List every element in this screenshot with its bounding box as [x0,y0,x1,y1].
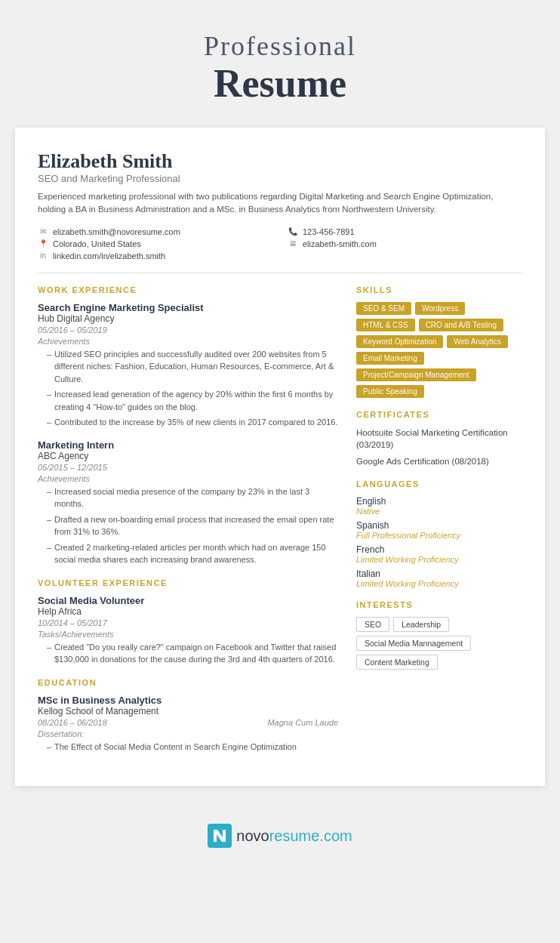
education-1-dates: 08/2016 – 06/2018 [38,718,107,727]
linkedin-value: linkedin.com/in/elizabeth.smith [53,251,165,260]
page-header: Professional Resume [0,0,560,128]
n-logo-svg [211,827,228,844]
job-1: Search Engine Marketing Specialist Hub D… [38,302,338,429]
skill-tag: Keyword Optimization [356,335,443,348]
email-value: elizabeth.smith@novoresume.com [53,227,180,236]
lang-english: English Native [356,496,522,516]
logo-icon [208,824,232,848]
education-1-distinction: Magna Cum Laude [267,718,338,727]
volunteer-title: VOLUNTEER EXPERIENCE [38,578,338,587]
list-item: The Effect of Social Media Content in Se… [47,741,338,753]
footer-brand: novoresume.com [236,827,352,845]
skill-tag: CRO and A/B Testing [419,319,503,331]
job-2-achievements-label: Achievements [38,474,338,483]
candidate-name: Elizabeth Smith [38,150,522,173]
list-item: Increased lead generation of the agency … [47,388,338,413]
certificates-title: CERTIFICATES [356,410,522,419]
location-icon: 📍 [38,239,48,248]
lang-spanish-level: Full Professional Proficiency [356,531,522,540]
job-2-dates: 05/2015 – 12/2015 [38,463,338,472]
left-column: WORK EXPERIENCE Search Engine Marketing … [38,285,338,764]
volunteer-1-tasks-label: Tasks/Achievements [38,630,338,639]
volunteer-1: Social Media Volunteer Help Africa 10/20… [38,595,338,666]
list-item: Drafted a new on-boarding email process … [47,513,338,538]
skill-tag: Email Marketing [356,352,424,365]
cert-2: Google Ads Certification (08/2018) [356,455,522,467]
work-experience-title: WORK EXPERIENCE [38,285,338,294]
lang-english-level: Native [356,507,522,516]
lang-french-name: French [356,544,522,555]
lang-italian-level: Limited Working Proficiency [356,579,522,588]
education-title: EDUCATION [38,678,338,687]
volunteer-1-dates: 10/2014 – 05/2017 [38,618,338,627]
list-item: Increased social media presence of the c… [47,485,338,510]
skills-title: SKILLS [356,285,522,294]
lang-spanish: Spanish Full Professional Proficiency [356,520,522,540]
skill-tag: Wordpress [415,302,465,315]
education-1-degree: MSc in Business Analytics [38,695,338,706]
education-1-bullets: The Effect of Social Media Content in Se… [38,741,338,753]
phone-icon: 📞 [288,227,298,236]
lang-english-name: English [356,496,522,507]
job-1-achievements-label: Achievements [38,337,338,346]
website-value: elizabeth-smith.com [303,239,377,248]
interest-leadership: Leadership [393,617,449,632]
candidate-summary: Experienced marketing professional with … [38,190,522,217]
resume-body: WORK EXPERIENCE Search Engine Marketing … [38,285,522,764]
job-2-title: Marketing Intern [38,439,338,451]
languages-title: LANGUAGES [356,479,522,488]
candidate-title: SEO and Marketing Professional [38,173,522,184]
skill-tag: SEO & SEM [356,302,411,315]
header-line2: Resume [15,62,545,105]
interest-tags: SEO Leadership Social Media Mannagement … [356,617,522,670]
contact-location: 📍 Colorado, United States [38,239,272,248]
job-2-company: ABC Agency [38,451,338,461]
interests-title: INTERESTS [356,600,522,609]
linkedin-icon: in [38,251,48,260]
interest-social-media: Social Media Mannagement [356,636,471,651]
header-line1: Professional [15,30,545,62]
lang-french-level: Limited Working Proficiency [356,555,522,564]
email-icon: ✉ [38,227,48,236]
contact-grid: ✉ elizabeth.smith@novoresume.com 📞 123-4… [38,227,522,260]
lang-french: French Limited Working Proficiency [356,544,522,564]
education-1-dissertation-label: Dissertation: [38,729,338,738]
list-item: Created "Do you really care?" campaign o… [47,641,338,666]
footer: novoresume.com [0,809,560,863]
contact-email: ✉ elizabeth.smith@novoresume.com [38,227,272,236]
interest-seo: SEO [356,617,389,632]
location-value: Colorado, United States [53,239,141,248]
job-2: Marketing Intern ABC Agency 05/2015 – 12… [38,439,338,566]
skill-tag: Web Analytics [447,335,508,348]
contact-phone: 📞 123-456-7891 [288,227,522,236]
interest-content: Content Marketing [356,655,438,670]
volunteer-1-title: Social Media Volunteer [38,595,338,606]
skill-tag: HTML & CSS [356,319,415,331]
job-2-bullets: Increased social media presence of the c… [38,485,338,566]
volunteer-1-bullets: Created "Do you really care?" campaign o… [38,641,338,666]
lang-italian: Italian Limited Working Proficiency [356,569,522,588]
contact-website: 🖥 elizabeth-smith.com [288,239,522,248]
list-item: Contributed to the increase by 35% of ne… [47,416,338,429]
footer-logo: novoresume.com [208,824,352,848]
page-wrapper: Professional Resume Elizabeth Smith SEO … [0,0,560,863]
job-1-bullets: Utilized SEO principles and successfully… [38,348,338,429]
candidate-header: Elizabeth Smith SEO and Marketing Profes… [38,150,522,273]
right-column: SKILLS SEO & SEM Wordpress HTML & CSS CR… [356,285,522,764]
education-1-school: Kellog School of Management [38,706,338,716]
list-item: Utilized SEO principles and successfully… [47,348,338,386]
cert-1: Hootsuite Social Marketing Certification… [356,427,522,451]
education-1: MSc in Business Analytics Kellog School … [38,695,338,753]
volunteer-1-company: Help Africa [38,606,338,617]
lang-italian-name: Italian [356,569,522,579]
skill-tag: Project/Campaign Management [356,368,476,381]
job-1-dates: 05/2016 – 05/2019 [38,325,338,334]
resume-card: Elizabeth Smith SEO and Marketing Profes… [15,128,545,786]
job-1-title: Search Engine Marketing Specialist [38,302,338,313]
lang-spanish-name: Spanish [356,520,522,531]
list-item: Created 2 marketing-related articles per… [47,541,338,566]
phone-value: 123-456-7891 [303,227,355,236]
job-1-company: Hub Digital Agency [38,313,338,324]
skill-tag: Public Speaking [356,385,424,398]
website-icon: 🖥 [288,239,298,248]
